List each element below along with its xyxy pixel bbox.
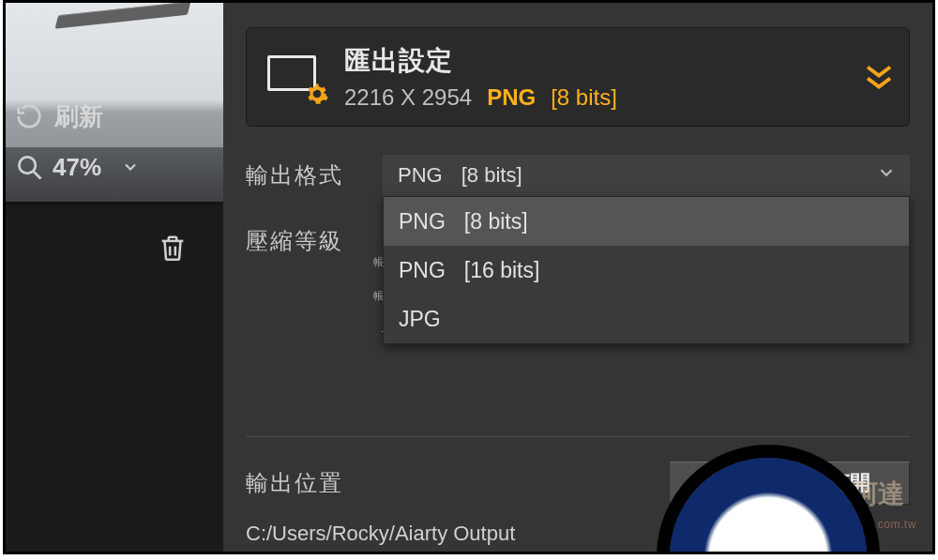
export-subtitle: 2216 X 2954 PNG [8 bits]	[344, 84, 617, 111]
output-format-value: PNG[8 bits]	[398, 163, 522, 188]
export-settings-panel: 匯出設定 2216 X 2954 PNG [8 bits] 輸出格式	[223, 3, 932, 552]
output-location-label: 輸出位置	[246, 468, 670, 498]
preview-toolbar: 刷新 47%	[6, 91, 223, 192]
format-option[interactable]: PNG[16 bits]	[384, 246, 909, 295]
app-window: 刷新 47%	[3, 0, 935, 554]
output-format-select[interactable]: PNG[8 bits] 帳帳. PNG[8 bits] PNG[16	[383, 155, 910, 196]
chevron-down-icon	[116, 153, 144, 181]
chevron-down-icon	[876, 162, 897, 189]
output-format-label: 輸出格式	[246, 160, 368, 190]
export-format-badge: PNG	[487, 84, 536, 111]
export-title: 匯出設定	[344, 43, 617, 79]
section-divider	[246, 436, 910, 437]
format-option[interactable]: PNG[8 bits]	[384, 197, 909, 246]
svg-line-1	[34, 172, 41, 179]
export-settings-icon	[267, 55, 324, 98]
preview-panel: 刷新 47%	[6, 3, 223, 552]
zoom-control[interactable]: 47%	[6, 142, 223, 192]
export-header[interactable]: 匯出設定 2216 X 2954 PNG [8 bits]	[246, 27, 910, 127]
collapse-chevron-icon[interactable]	[862, 63, 896, 91]
compress-level-label: 壓縮等級	[246, 226, 368, 256]
svg-point-0	[19, 157, 36, 174]
export-dimensions: 2216 X 2954	[344, 84, 472, 111]
thumbnail-selected-indicator	[4, 552, 240, 554]
output-format-dropdown: 帳帳. PNG[8 bits] PNG[16 bits] JPG	[383, 196, 910, 344]
format-option[interactable]: JPG	[384, 295, 909, 343]
refresh-label: 刷新	[54, 100, 103, 133]
zoom-icon	[15, 153, 43, 181]
zoom-value: 47%	[53, 153, 101, 182]
refresh-button[interactable]: 刷新	[6, 91, 223, 142]
export-bits-badge: [8 bits]	[551, 84, 617, 111]
trash-icon[interactable]	[156, 231, 189, 265]
refresh-icon	[15, 102, 43, 130]
